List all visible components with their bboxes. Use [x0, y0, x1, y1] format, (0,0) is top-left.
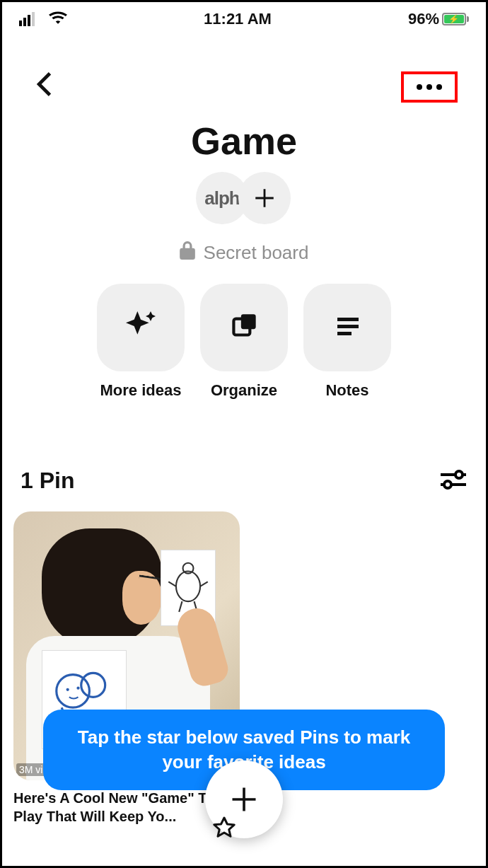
pin-title: Here's A Cool New "Game" To Play That Wi…	[13, 789, 226, 826]
more-ideas-button[interactable]	[97, 284, 185, 371]
wifi-icon	[49, 10, 67, 28]
secret-board-label: Secret board	[2, 241, 486, 265]
svg-rect-3	[337, 325, 359, 328]
add-collaborator-button[interactable]	[238, 172, 291, 224]
organize-button[interactable]	[200, 284, 288, 371]
notes-label: Notes	[325, 381, 368, 400]
favorite-star-icon[interactable]	[211, 816, 237, 847]
svg-point-11	[66, 688, 69, 691]
notes-button[interactable]	[303, 284, 391, 371]
svg-point-10	[81, 673, 105, 697]
organize-icon	[226, 308, 262, 347]
svg-line-17	[179, 601, 182, 612]
cellular-icon	[19, 12, 35, 26]
svg-point-12	[76, 687, 79, 690]
secret-text: Secret board	[204, 242, 309, 264]
filter-button[interactable]	[439, 468, 467, 494]
svg-line-16	[200, 581, 208, 586]
lock-icon	[180, 241, 195, 265]
pin-count: 1 Pin	[21, 468, 74, 494]
battery-percent: 96%	[408, 10, 439, 28]
battery-icon: ⚡	[442, 13, 469, 25]
back-button[interactable]	[36, 72, 52, 103]
sparkle-icon	[121, 306, 161, 349]
svg-point-9	[57, 675, 90, 708]
svg-point-13	[176, 571, 200, 601]
more-ideas-label: More ideas	[100, 381, 182, 400]
more-options-button[interactable]	[401, 71, 458, 103]
svg-rect-4	[337, 332, 352, 335]
notes-icon	[330, 309, 364, 346]
status-time: 11:21 AM	[204, 10, 272, 28]
svg-line-15	[168, 581, 176, 586]
svg-point-8	[444, 481, 451, 488]
board-title: Game	[2, 119, 486, 163]
organize-label: Organize	[211, 381, 277, 400]
status-bar: 11:21 AM 96% ⚡	[2, 2, 486, 36]
svg-point-6	[455, 471, 463, 478]
svg-rect-2	[337, 318, 359, 321]
svg-rect-1	[241, 314, 256, 329]
